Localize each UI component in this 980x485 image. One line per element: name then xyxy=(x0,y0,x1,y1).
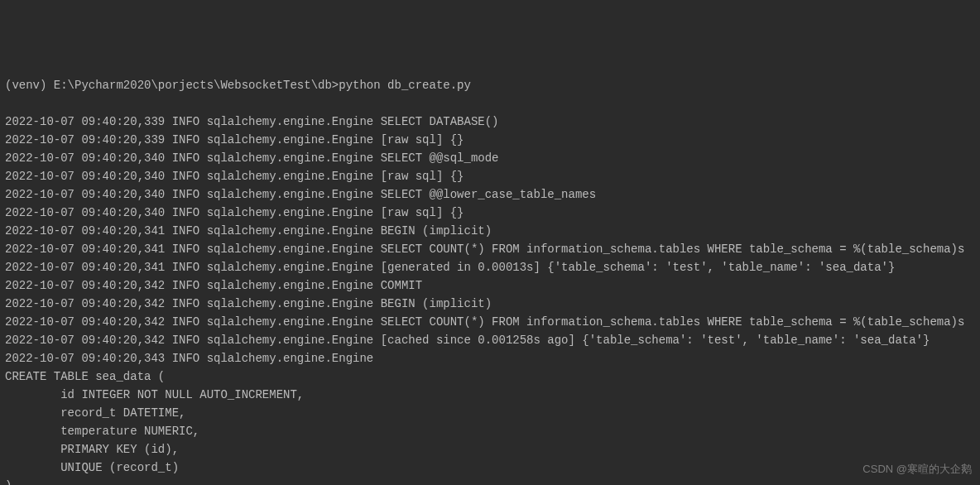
terminal-output-line: 2022-10-07 09:40:20,342 INFO sqlalchemy.… xyxy=(5,276,975,295)
terminal-output-line: 2022-10-07 09:40:20,340 INFO sqlalchemy.… xyxy=(5,167,975,185)
terminal-output-line: 2022-10-07 09:40:20,340 INFO sqlalchemy.… xyxy=(5,185,975,204)
terminal-output-line: 2022-10-07 09:40:20,339 INFO sqlalchemy.… xyxy=(5,113,975,131)
terminal-output-line: 2022-10-07 09:40:20,339 INFO sqlalchemy.… xyxy=(5,131,975,149)
terminal-output-line: 2022-10-07 09:40:20,343 INFO sqlalchemy.… xyxy=(5,349,975,367)
terminal-output-line: temperature NUMERIC, xyxy=(5,422,975,440)
terminal-output-line: 2022-10-07 09:40:20,340 INFO sqlalchemy.… xyxy=(5,149,975,167)
terminal-output-line: id INTEGER NOT NULL AUTO_INCREMENT, xyxy=(5,386,975,404)
terminal-output-line: 2022-10-07 09:40:20,340 INFO sqlalchemy.… xyxy=(5,204,975,222)
terminal-output-line: 2022-10-07 09:40:20,342 INFO sqlalchemy.… xyxy=(5,295,975,313)
terminal-output-line: 2022-10-07 09:40:20,342 INFO sqlalchemy.… xyxy=(5,331,975,349)
terminal-output-line: 2022-10-07 09:40:20,341 INFO sqlalchemy.… xyxy=(5,258,975,276)
watermark-text: CSDN @寒暄的大企鹅 xyxy=(862,460,972,478)
terminal-output: 2022-10-07 09:40:20,339 INFO sqlalchemy.… xyxy=(5,113,975,485)
terminal-output-line: 2022-10-07 09:40:20,342 INFO sqlalchemy.… xyxy=(5,313,975,331)
terminal-output-line: CREATE TABLE sea_data ( xyxy=(5,367,975,386)
terminal-output-line: 2022-10-07 09:40:20,341 INFO sqlalchemy.… xyxy=(5,240,975,258)
terminal-prompt-line: (venv) E:\Pycharm2020\porjects\Websocket… xyxy=(5,76,975,94)
terminal-output-line: UNIQUE (record_t) xyxy=(5,459,975,477)
terminal-output-line: ) xyxy=(5,477,975,485)
terminal-output-line: PRIMARY KEY (id), xyxy=(5,440,975,459)
terminal-output-line: record_t DATETIME, xyxy=(5,404,975,422)
terminal-output-line: 2022-10-07 09:40:20,341 INFO sqlalchemy.… xyxy=(5,222,975,240)
